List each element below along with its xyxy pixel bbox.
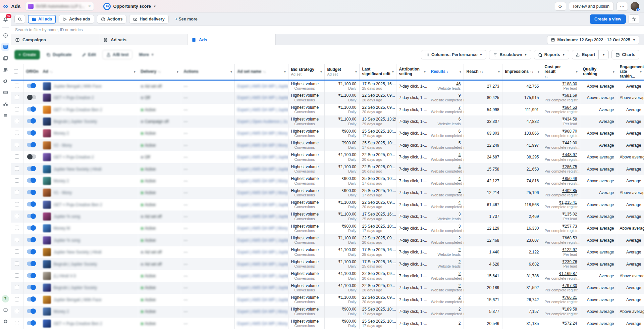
table-row[interactable]: GET < Puja Creative 2 Off — Expert | AMS… bbox=[11, 92, 644, 103]
see-more-button[interactable]: + See more bbox=[171, 15, 201, 23]
ad-toggle[interactable] bbox=[27, 119, 36, 123]
results-value[interactable]: 9 bbox=[459, 93, 461, 98]
table-row[interactable]: V1 - Mony Active — Expert | AMS DA WP | … bbox=[11, 187, 644, 199]
ad-toggle[interactable] bbox=[27, 202, 36, 206]
cpr-value[interactable]: ₹668.53 bbox=[562, 236, 577, 240]
cpr-value[interactable]: ₹766.21 bbox=[562, 295, 577, 300]
results-value[interactable]: 2 bbox=[459, 260, 461, 264]
table-row[interactable]: Jupiter % song Ad set off — Expert | AMS… bbox=[11, 210, 644, 222]
ad-name-cell[interactable]: GET < Puja Creative Ben 2 bbox=[40, 104, 138, 115]
adset-name-cell[interactable]: Expert | AMS DA WP | Jupiter bbox=[234, 270, 288, 282]
ad-toggle[interactable] bbox=[27, 238, 36, 242]
row-checkbox[interactable] bbox=[15, 214, 19, 218]
adset-name-cell[interactable]: Expert | AMS DA WP | Mony bbox=[234, 306, 288, 318]
adset-name-cell[interactable]: Expert | AMS DA WP | Mony bbox=[234, 187, 288, 199]
table-row[interactable]: Jupiter Bengali | With Face Active — Exp… bbox=[11, 294, 644, 306]
table-row[interactable]: GET < Puja Creative Ben 2 Active — Exper… bbox=[11, 318, 644, 329]
adset-link[interactable]: Expert | AMS DA WP | Mony bbox=[237, 143, 288, 148]
export-options-button[interactable]: ▼ bbox=[598, 50, 608, 59]
results-value[interactable]: 4 bbox=[459, 200, 461, 205]
ad-toggle[interactable] bbox=[27, 107, 36, 111]
ad-name-cell[interactable]: V2 - Mony bbox=[40, 139, 138, 151]
results-value[interactable]: 2 bbox=[459, 271, 461, 276]
review-publish-button[interactable]: Review and publish bbox=[569, 2, 614, 11]
header-last-edit[interactable]: Last significant edit▼ bbox=[359, 64, 396, 80]
ad-toggle[interactable] bbox=[27, 226, 36, 230]
ad-name-cell[interactable]: Jupiter Bengali | With Face bbox=[40, 294, 138, 306]
notifications-bell-icon[interactable]: 35 bbox=[1, 15, 9, 23]
cpr-value[interactable]: ₹402.85 bbox=[562, 188, 577, 193]
cpr-value[interactable]: ₹1,215.41 bbox=[559, 200, 577, 205]
header-adset-name[interactable]: Ad set name↑↓▼ bbox=[234, 64, 288, 80]
row-checkbox[interactable] bbox=[15, 95, 19, 99]
header-attribution[interactable]: Attribution setting▼ bbox=[396, 64, 428, 80]
adset-link[interactable]: Expert | AMS DA WP | Jupiter bbox=[237, 238, 288, 243]
cpr-value[interactable]: ₹448.97 bbox=[562, 152, 577, 157]
adset-link[interactable]: Expert | AMS DA WP | Jupite... bbox=[237, 250, 288, 254]
ad-name-cell[interactable]: (L) Hindi V-3 bbox=[40, 270, 138, 282]
row-checkbox[interactable] bbox=[15, 238, 19, 242]
columns-button[interactable]: Columns: Performance ▼ bbox=[421, 50, 486, 59]
results-value[interactable]: 5 bbox=[459, 141, 461, 145]
adset-link[interactable]: Expert | Open Audience | Ju... bbox=[237, 119, 288, 124]
refresh-button[interactable]: ⟳ bbox=[555, 2, 566, 11]
adset-link[interactable]: Expert | AMS DA WP | Mony bbox=[237, 226, 288, 231]
adset-link[interactable]: Expert | AMS DA WP | Jupiter bbox=[237, 155, 288, 159]
adset-name-cell[interactable]: Expert | AMS DA WP | Mony bbox=[234, 128, 288, 139]
ad-name-cell[interactable]: Jupiter New Society | Hindi bbox=[40, 246, 138, 258]
ad-toggle[interactable] bbox=[27, 285, 36, 289]
table-row[interactable]: Jupiter Bengali | With Face Ad set off —… bbox=[11, 80, 644, 92]
ad-toggle[interactable] bbox=[27, 309, 36, 313]
header-bid-strategy[interactable]: Bid strategyAd set▼ bbox=[288, 64, 324, 80]
header-cost-per-result[interactable]: Cost per result↑↓▼ bbox=[542, 64, 580, 80]
results-value[interactable]: 2 bbox=[459, 283, 461, 288]
results-value[interactable]: 3 bbox=[459, 212, 461, 217]
table-row[interactable]: Begrubi | Jupiter Society Campaign off —… bbox=[11, 115, 644, 127]
ad-toggle[interactable] bbox=[27, 190, 36, 194]
cpr-value[interactable]: ₹681.69 bbox=[562, 93, 577, 98]
more-options-button[interactable]: ⋯ bbox=[616, 2, 628, 11]
results-value[interactable]: 2 bbox=[459, 236, 461, 240]
results-value[interactable]: 46 bbox=[456, 82, 461, 86]
results-value[interactable]: 6 bbox=[459, 117, 461, 122]
row-checkbox[interactable] bbox=[15, 190, 19, 194]
ad-toggle[interactable] bbox=[27, 143, 36, 147]
row-checkbox[interactable] bbox=[15, 107, 19, 111]
adset-name-cell[interactable]: Expert | AMS DA WP | Mony bbox=[234, 318, 288, 329]
adset-name-cell[interactable]: Expert | AMS DA WP | Jupiter bbox=[234, 199, 288, 210]
row-checkbox[interactable] bbox=[15, 84, 19, 88]
results-value[interactable]: 4 bbox=[459, 164, 461, 169]
ad-toggle[interactable] bbox=[27, 95, 36, 99]
all-tools-menu-icon[interactable] bbox=[1, 111, 9, 119]
results-value[interactable]: 4 bbox=[459, 188, 461, 193]
account-selector[interactable]: SVSR Automotives LLP 1... ✕ bbox=[25, 2, 94, 11]
tab-campaigns[interactable]: Campaigns bbox=[11, 34, 99, 45]
adset-link[interactable]: Expert | AMS DA WP | Jupiter bbox=[237, 297, 288, 302]
ab-test-button[interactable]: A/B test bbox=[102, 50, 132, 59]
ad-name-cell[interactable]: GET < Puja Creative Ben 2 bbox=[40, 199, 138, 210]
table-row[interactable]: Begrubi | Jupiter Society Active — Exper… bbox=[11, 282, 644, 294]
header-reach[interactable]: Reach↑↓▼ bbox=[464, 64, 502, 80]
row-checkbox[interactable] bbox=[15, 285, 19, 289]
breakdown-button[interactable]: Breakdown ▼ bbox=[489, 50, 531, 59]
adset-name-cell[interactable]: Expert | AMS DA WP | Jupiter bbox=[234, 163, 288, 175]
table-row[interactable]: Money 2 Active — Expert | AMS DA WP | Mo… bbox=[11, 175, 644, 187]
header-actions[interactable]: Actions▼ bbox=[181, 64, 234, 80]
sidebar-item-account-overview[interactable] bbox=[1, 31, 9, 39]
adset-name-cell[interactable]: Expert | AMS DA WP | Jupiter bbox=[234, 151, 288, 163]
table-row[interactable]: Begrubi | Jupiter Society Ad set off — E… bbox=[11, 258, 644, 270]
table-row[interactable]: Money 2 Active — Expert | AMS DA WP | Mo… bbox=[11, 306, 644, 318]
filter-chip-had-delivery[interactable]: Had delivery bbox=[129, 15, 168, 23]
ad-toggle[interactable] bbox=[27, 84, 36, 88]
charts-button[interactable]: Charts bbox=[611, 50, 639, 59]
ad-name-cell[interactable]: Jupiter Bengali | With Face bbox=[40, 80, 138, 92]
adset-link[interactable]: Expert | AMS DA WP | Jupiter bbox=[237, 107, 288, 112]
header-impressions[interactable]: Impressions↑↓▼ bbox=[502, 64, 542, 80]
ad-name-cell[interactable]: Money 2 bbox=[40, 128, 138, 139]
table-row[interactable]: (L) Hindi V-3 Active — Expert | AMS DA W… bbox=[11, 270, 644, 282]
cpr-value[interactable]: ₹442.00 bbox=[562, 141, 577, 145]
ad-toggle[interactable] bbox=[27, 131, 36, 135]
cpr-value[interactable]: ₹850.48 bbox=[562, 176, 577, 181]
cpr-value[interactable]: ₹135.02 bbox=[562, 212, 577, 217]
cpr-value[interactable]: ₹122.97 bbox=[562, 247, 577, 252]
